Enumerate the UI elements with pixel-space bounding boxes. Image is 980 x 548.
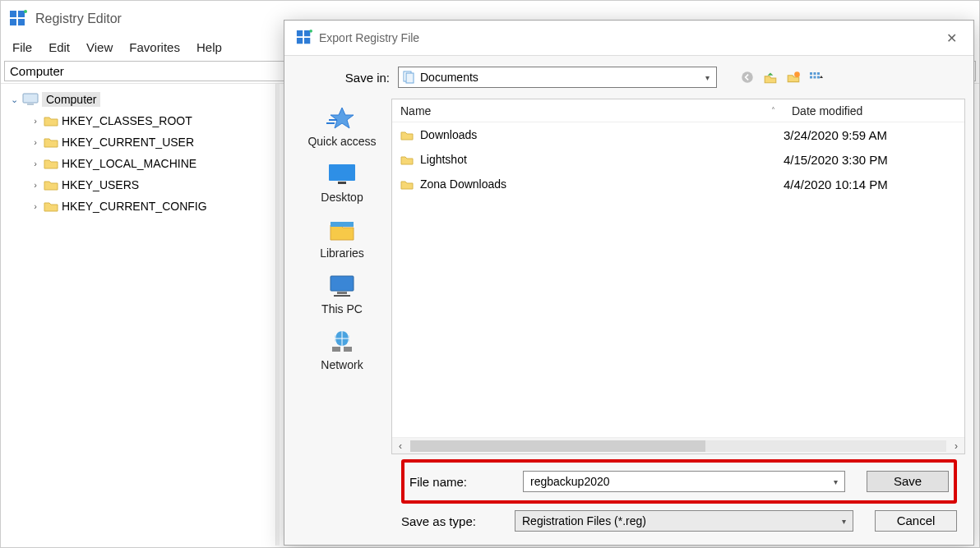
menu-edit[interactable]: Edit: [42, 39, 76, 56]
list-item[interactable]: Zona Downloads 4/4/2020 10:14 PM: [392, 172, 964, 196]
back-icon[interactable]: [740, 70, 755, 85]
column-date-modified[interactable]: Date modified: [784, 104, 964, 117]
place-this-pc[interactable]: This PC: [321, 273, 363, 315]
filename-label: File name:: [409, 475, 513, 489]
file-name: Lightshot: [420, 153, 467, 166]
regedit-app-icon: [296, 30, 312, 46]
column-name[interactable]: Name ˄: [392, 104, 784, 117]
tree-item-hklm[interactable]: › HKEY_LOCAL_MACHINE: [4, 153, 272, 174]
svg-rect-5: [23, 94, 38, 103]
sort-asc-icon: ˄: [771, 106, 775, 115]
folder-icon: [44, 200, 58, 212]
tree-root[interactable]: ⌄ Computer: [4, 89, 272, 110]
svg-rect-2: [10, 19, 16, 25]
svg-rect-24: [331, 222, 354, 227]
svg-rect-26: [337, 292, 347, 294]
horizontal-scrollbar[interactable]: ‹ ›: [392, 437, 964, 454]
chevron-down-icon: ▾: [842, 517, 846, 526]
registry-tree: ⌄ Computer › HKEY_CLASSES_ROOT › HKEY_CU…: [1, 84, 276, 546]
save-button[interactable]: Save: [867, 471, 949, 492]
file-list-area: Name ˄ Date modified Downloads 3/24/2020…: [391, 99, 965, 454]
this-pc-icon: [326, 273, 358, 299]
tree-item-hkcu[interactable]: › HKEY_CURRENT_USER: [4, 131, 272, 153]
folder-icon: [400, 130, 414, 140]
regedit-app-icon: [9, 10, 27, 28]
svg-rect-17: [814, 72, 816, 75]
expand-icon[interactable]: ⌄: [9, 94, 19, 105]
dialog-toolbar: [740, 70, 824, 85]
tree-item-hku[interactable]: › HKEY_USERS: [4, 174, 272, 196]
place-desktop[interactable]: Desktop: [321, 161, 363, 204]
svg-rect-25: [331, 276, 354, 291]
svg-rect-29: [332, 347, 340, 352]
list-item[interactable]: Lightshot 4/15/2020 3:30 PM: [392, 147, 964, 172]
list-item[interactable]: Downloads 3/24/2020 9:59 AM: [392, 122, 964, 147]
place-quick-access[interactable]: Quick access: [307, 105, 376, 148]
dialog-titlebar[interactable]: Export Registry File ✕: [284, 21, 973, 55]
scroll-thumb[interactable]: [410, 440, 705, 452]
place-label: Quick access: [307, 135, 376, 148]
menu-favorites[interactable]: Favorites: [122, 39, 187, 56]
views-icon[interactable]: [809, 70, 824, 85]
column-name-label: Name: [400, 104, 431, 117]
folder-icon: [400, 179, 414, 190]
place-network[interactable]: Network: [321, 329, 363, 371]
dialog-mid: Quick access Desktop Libraries This PC N…: [293, 99, 965, 454]
svg-rect-7: [297, 30, 303, 36]
save-in-row: Save in: Documents ▾: [293, 64, 965, 90]
export-dialog: Export Registry File ✕ Save in: Document…: [284, 20, 974, 546]
tree-item-label: HKEY_CURRENT_USER: [62, 136, 194, 149]
libraries-icon: [326, 217, 358, 243]
scroll-left-icon[interactable]: ‹: [392, 440, 409, 452]
expand-icon[interactable]: ›: [30, 201, 40, 211]
file-date: 4/15/2020 3:30 PM: [784, 153, 964, 167]
expand-icon[interactable]: ›: [30, 116, 40, 126]
saveastype-combo[interactable]: Registration Files (*.reg) ▾: [515, 510, 853, 532]
save-in-combo[interactable]: Documents ▾: [398, 67, 717, 88]
expand-icon[interactable]: ›: [30, 137, 40, 147]
svg-rect-10: [304, 38, 310, 44]
dialog-bottom: File name: regbackup2020 ▾ Save Save as …: [293, 454, 965, 545]
svg-rect-20: [814, 76, 816, 79]
menu-file[interactable]: File: [6, 39, 39, 56]
svg-rect-13: [406, 73, 414, 83]
svg-rect-6: [27, 104, 34, 105]
place-label: Desktop: [321, 191, 363, 204]
svg-rect-3: [18, 19, 25, 25]
place-libraries[interactable]: Libraries: [320, 217, 364, 260]
saveastype-row: Save as type: Registration Files (*.reg)…: [401, 507, 957, 535]
scroll-right-icon[interactable]: ›: [948, 440, 964, 452]
svg-rect-21: [817, 76, 820, 79]
computer-icon: [22, 93, 39, 106]
expand-icon[interactable]: ›: [30, 180, 40, 190]
scroll-track[interactable]: [410, 440, 946, 452]
documents-icon: [402, 71, 415, 84]
file-name: Downloads: [420, 128, 477, 141]
menu-view[interactable]: View: [80, 39, 119, 56]
close-icon[interactable]: ✕: [941, 30, 962, 46]
chevron-down-icon: ▾: [834, 477, 838, 486]
chevron-down-icon: ▾: [705, 73, 713, 82]
column-date-label: Date modified: [792, 104, 862, 117]
desktop-icon: [326, 161, 358, 187]
cancel-button[interactable]: Cancel: [875, 510, 957, 532]
file-date: 3/24/2020 9:59 AM: [784, 128, 964, 142]
tree-item-hkcc[interactable]: › HKEY_CURRENT_CONFIG: [4, 196, 272, 217]
svg-point-15: [794, 71, 800, 77]
tree-item-label: HKEY_USERS: [62, 178, 139, 191]
menu-help[interactable]: Help: [190, 39, 229, 56]
expand-icon[interactable]: ›: [30, 159, 40, 168]
new-folder-icon[interactable]: [786, 70, 801, 85]
app-title: Registry Editor: [35, 12, 122, 26]
tree-item-hkcr[interactable]: › HKEY_CLASSES_ROOT: [4, 110, 272, 131]
filename-input[interactable]: regbackup2020 ▾: [523, 471, 845, 492]
filename-value: regbackup2020: [530, 475, 610, 488]
svg-point-4: [24, 10, 27, 13]
folder-icon: [44, 136, 58, 148]
up-icon[interactable]: [763, 70, 778, 85]
place-label: This PC: [321, 302, 363, 315]
svg-rect-30: [344, 347, 352, 352]
saveastype-label: Save as type:: [401, 514, 505, 528]
place-label: Libraries: [320, 246, 364, 260]
svg-point-11: [309, 30, 312, 33]
